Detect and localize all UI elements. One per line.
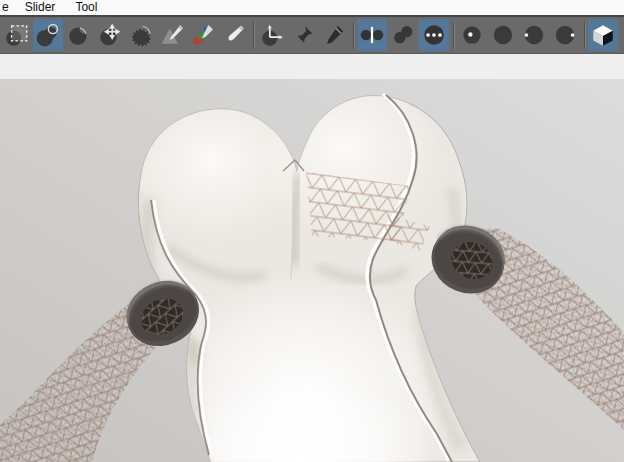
two-spheres-button[interactable]: [388, 19, 418, 51]
multi-dot-sphere-icon: [421, 22, 447, 48]
paint-brush-button[interactable]: [219, 19, 249, 51]
dot-right-sphere-button[interactable]: [550, 19, 580, 51]
sphere-move-button[interactable]: [95, 19, 125, 51]
paint-brush-icon: [221, 22, 247, 48]
paint-terrain-button[interactable]: [157, 19, 187, 51]
sphere-add-icon: [35, 22, 61, 48]
paint-color-icon: [190, 22, 216, 48]
sphere-move-icon: [97, 22, 123, 48]
two-spheres-icon: [390, 22, 416, 48]
toolbar-separator: [450, 20, 457, 50]
menu-item-slider[interactable]: Slider: [15, 0, 66, 15]
menu-item-cropped[interactable]: e: [0, 0, 15, 15]
select-sphere-button[interactable]: [2, 19, 32, 51]
dot-left-sphere-button[interactable]: [519, 19, 549, 51]
orient-axes-icon: [259, 22, 285, 48]
sphere-add-button[interactable]: [33, 19, 63, 51]
pen-button[interactable]: [319, 19, 349, 51]
plain-sphere-button[interactable]: [488, 19, 518, 51]
dot-right-sphere-icon: [552, 22, 578, 48]
plain-sphere-icon: [490, 22, 516, 48]
viewport-panel: [0, 79, 624, 462]
dot-center-sphere-icon: [459, 22, 485, 48]
sphere-carve-icon: [66, 22, 92, 48]
paint-color-button[interactable]: [188, 19, 218, 51]
pin-icon: [290, 22, 316, 48]
dot-center-sphere-button[interactable]: [457, 19, 487, 51]
orient-axes-button[interactable]: [257, 19, 287, 51]
toolbar: [0, 17, 624, 54]
mirror-symmetry-icon: [359, 22, 385, 48]
dot-left-sphere-icon: [521, 22, 547, 48]
pen-icon: [321, 22, 347, 48]
select-sphere-icon: [4, 22, 30, 48]
pin-button[interactable]: [288, 19, 318, 51]
toolbar-substrip: [0, 54, 624, 79]
mirror-symmetry-button[interactable]: [357, 19, 387, 51]
viewport-canvas[interactable]: [0, 79, 624, 462]
paint-terrain-icon: [159, 22, 185, 48]
menu-bar: e Slider Tool: [0, 0, 624, 15]
view-cube-icon: [590, 22, 616, 48]
view-cube-button[interactable]: [588, 19, 618, 51]
menu-item-tool[interactable]: Tool: [65, 0, 107, 15]
multi-dot-sphere-button[interactable]: [419, 19, 449, 51]
sphere-rough-button[interactable]: [126, 19, 156, 51]
sphere-rough-icon: [128, 22, 154, 48]
toolbar-separator: [581, 20, 588, 50]
sphere-carve-button[interactable]: [64, 19, 94, 51]
toolbar-separator: [350, 20, 357, 50]
toolbar-separator: [250, 20, 257, 50]
